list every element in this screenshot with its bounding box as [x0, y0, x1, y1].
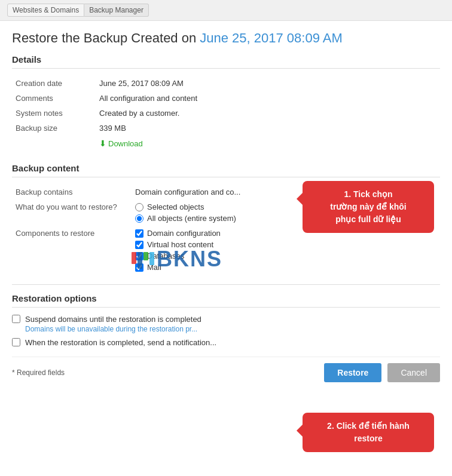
label-all-objects[interactable]: All objects (entire system) [147, 214, 236, 223]
breadcrumb-websites[interactable]: Websites & Domains [7, 4, 84, 17]
component-virtual: Virtual host content [135, 240, 436, 249]
creation-date-label: Creation date [12, 76, 96, 91]
checkbox-suspend-domains[interactable] [12, 315, 20, 323]
download-link[interactable]: ⬇ Download [99, 139, 143, 148]
backup-size-value: 339 MB [96, 121, 440, 136]
restoration-options-heading: Restoration options [12, 293, 440, 308]
system-notes-value: Created by a customer. [96, 106, 440, 121]
checkbox-virtual-host[interactable] [135, 241, 143, 249]
label-domain-config[interactable]: Domain configuration [147, 229, 221, 238]
table-row: Backup size 339 MB [12, 121, 440, 136]
radio-all-objects[interactable] [135, 214, 143, 223]
page-title-date: June 25, 2017 08:09 AM [200, 30, 343, 45]
checkbox-mail[interactable] [135, 263, 143, 272]
backup-size-label: Backup size [12, 121, 96, 136]
label-databases[interactable]: Databases [147, 251, 184, 260]
tooltip-2: 2. Click để tiến hànhrestore [303, 413, 434, 452]
table-row: What do you want to restore? Selected ob… [12, 199, 440, 226]
what-to-restore-label: What do you want to restore? [12, 199, 132, 226]
component-db: Databases [135, 251, 436, 260]
main-content: Restore the Backup Created on June 25, 2… [0, 21, 452, 392]
table-row: Creation date June 25, 2017 08:09 AM [12, 76, 440, 91]
label-virtual-host[interactable]: Virtual host content [147, 240, 213, 249]
backup-contains-label: Backup contains [12, 185, 132, 199]
suspend-domains-text: Suspend domains until the restoration is… [25, 315, 201, 324]
details-section: Details Creation date June 25, 2017 08:0… [12, 54, 440, 151]
label-selected-objects[interactable]: Selected objects [147, 202, 204, 211]
tooltip-2-text: 2. Click để tiến hànhrestore [327, 421, 410, 443]
checkbox-notify[interactable] [12, 338, 20, 346]
table-row: System notes Created by a customer. [12, 106, 440, 121]
breadcrumb-backup-manager[interactable]: Backup Manager [84, 4, 149, 17]
cancel-button[interactable]: Cancel [387, 363, 440, 382]
details-heading: Details [12, 54, 440, 69]
table-row: Backup contains Domain configuration and… [12, 185, 440, 199]
table-row: ⬇ Download [12, 136, 440, 151]
suspend-domains-option: Suspend domains until the restoration is… [12, 315, 440, 333]
restore-option-selected: Selected objects [135, 202, 436, 211]
download-icon: ⬇ [99, 139, 106, 148]
creation-date-value: June 25, 2017 08:09 AM [96, 76, 440, 91]
notify-label[interactable]: When the restoration is completed, send … [12, 338, 440, 347]
page-title-prefix: Restore the Backup Created on [12, 30, 200, 45]
label-mail[interactable]: Mail [147, 263, 161, 272]
required-note: * Required fields [12, 368, 318, 377]
backup-content-table: Backup contains Domain configuration and… [12, 185, 440, 275]
backup-contains-value: Domain configuration and co... [132, 185, 440, 199]
backup-content-section: Backup content 1. Tick chọntrường này để… [12, 163, 440, 275]
restore-button[interactable]: Restore [324, 363, 381, 382]
table-row: Comments All configuration and content [12, 91, 440, 106]
checkbox-domain-config[interactable] [135, 229, 143, 238]
notify-option: When the restoration is completed, send … [12, 338, 440, 347]
download-label: Download [108, 139, 143, 148]
breadcrumb: Websites & Domains Backup Manager [0, 0, 452, 21]
component-domain: Domain configuration [135, 229, 436, 238]
system-notes-label: System notes [12, 106, 96, 121]
components-label: Components to restore [12, 226, 132, 275]
suspend-domains-note: Domains will be unavailable during the r… [25, 325, 440, 333]
details-table: Creation date June 25, 2017 08:09 AM Com… [12, 76, 440, 151]
restore-option-all: All objects (entire system) [135, 214, 436, 223]
table-row: Components to restore Domain configurati… [12, 226, 440, 275]
page-container: Websites & Domains Backup Manager Restor… [0, 0, 452, 476]
checkbox-databases[interactable] [135, 252, 143, 260]
suspend-domains-label[interactable]: Suspend domains until the restoration is… [12, 315, 440, 324]
comments-label: Comments [12, 91, 96, 106]
restoration-section: Restoration options 2. Click để tiến hàn… [12, 293, 440, 347]
comments-value: All configuration and content [96, 91, 440, 106]
page-title: Restore the Backup Created on June 25, 2… [12, 30, 440, 46]
notify-text: When the restoration is completed, send … [25, 338, 216, 347]
restore-options-group: Selected objects All objects (entire sys… [135, 202, 436, 223]
radio-selected-objects[interactable] [135, 203, 143, 211]
section-divider [12, 284, 440, 285]
footer: * Required fields Restore Cancel [12, 357, 440, 382]
components-group: Domain configuration Virtual host conten… [135, 229, 436, 272]
backup-content-heading: Backup content [12, 163, 440, 177]
component-mail: Mail [135, 263, 436, 272]
